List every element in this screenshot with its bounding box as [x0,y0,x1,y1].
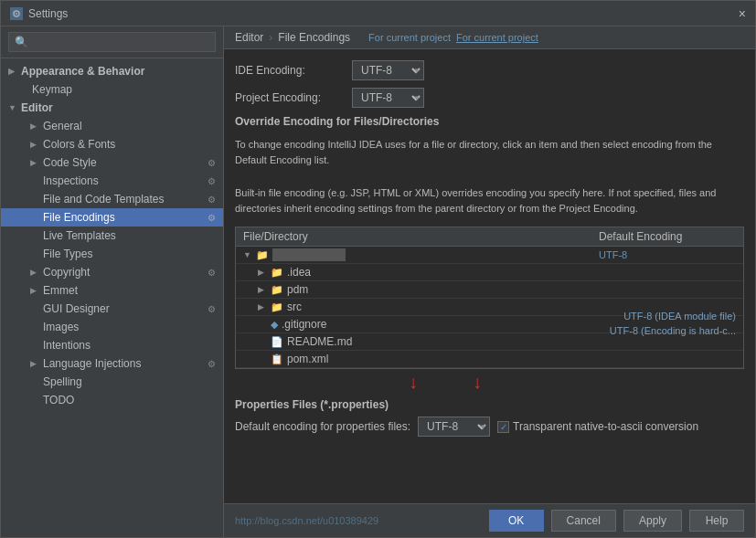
sidebar-item-live-templates[interactable]: Live Templates [1,227,223,245]
table-row[interactable]: ▶ 📁 pdm [236,281,743,299]
readme-name-text: README.md [287,335,352,348]
gitignore-name-text: .gitignore [282,318,326,331]
project-encoding-select-wrapper: UTF-8 [352,88,424,108]
sidebar-item-appearance[interactable]: ▶ Appearance & Behavior [1,62,223,80]
xml-icon: 📋 [271,353,283,365]
arrow-lang: ▶ [30,359,39,368]
project-encoding-select[interactable]: UTF-8 [352,88,424,108]
table-row[interactable]: 📋 pom.xml [236,351,743,368]
table-row[interactable]: ▶ 📁 .idea [236,264,743,281]
idea-name-text: .idea [287,266,311,279]
override-section-header: Override Encoding for Files/Directories [235,115,744,128]
search-input[interactable] [8,32,216,52]
info-text-1: To change encoding IntelliJ IDEA uses fo… [235,137,744,167]
sidebar-item-gui-designer[interactable]: GUI Designer ⚙ [1,300,223,318]
watermark: http://blog.csdn.net/u010389429 [235,515,482,526]
gitignore-file-name: ◆ .gitignore [258,318,599,331]
sidebar-item-keymap[interactable]: Keymap [1,80,223,99]
sidebar-item-file-code-templates[interactable]: File and Code Templates ⚙ [1,190,223,208]
spacer-gi [258,320,267,329]
idea-file-name: ▶ 📁 .idea [258,266,599,279]
sidebar-label-editor: Editor [21,101,53,114]
root-encoding-val: UTF-8 [599,249,627,260]
project-tag[interactable]: For current project [456,32,538,43]
sidebar-item-inspections[interactable]: Inspections ⚙ [1,172,223,190]
readme-file-name: 📄 README.md [258,335,599,348]
sidebar-item-file-encodings[interactable]: File Encodings ⚙ [1,208,223,227]
sidebar-label-code-style: Code Style [43,156,97,169]
sidebar-label-gui: GUI Designer [43,302,110,315]
pdm-file-name: ▶ 📁 pdm [258,283,599,296]
sidebar-tree: ▶ Appearance & Behavior Keymap ▼ Editor … [1,58,223,537]
folder-icon-idea: 📁 [271,267,283,279]
ide-encoding-row: IDE Encoding: UTF-8 [235,60,744,80]
red-arrow-right: ↓ [473,373,482,391]
settings-icon-copyright: ⚙ [208,268,216,278]
folder-icon-pdm: 📁 [271,284,283,296]
sidebar-label-appearance: Appearance & Behavior [21,65,144,78]
sidebar-item-copyright[interactable]: ▶ Copyright ⚙ [1,263,223,281]
sidebar-label-intentions: Intentions [43,339,91,352]
sidebar-item-file-types[interactable]: File Types [1,245,223,263]
sidebar-item-spelling[interactable]: Spelling [1,373,223,391]
transparent-checkbox-label[interactable]: ✓ Transparent native-to-ascii conversion [497,420,698,433]
search-box [1,26,223,58]
settings-icon-code-style: ⚙ [208,158,216,168]
help-button[interactable]: Help [689,510,744,532]
settings-window: Settings × ▶ Appearance & Behavior Keyma… [0,0,756,538]
transparent-checkbox[interactable]: ✓ [497,421,509,433]
props-encoding-select[interactable]: UTF-8 [418,417,490,437]
check-mark: ✓ [500,422,507,432]
col-file-dir: File/Directory [243,230,599,243]
sidebar-label-general: General [43,120,82,132]
sidebar-item-lang-injections[interactable]: ▶ Language Injections ⚙ [1,354,223,373]
close-button[interactable]: × [739,7,746,20]
ok-button[interactable]: OK [489,510,544,532]
apply-button[interactable]: Apply [623,510,682,532]
sidebar-label-file-code: File and Code Templates [43,193,165,206]
sidebar-item-todo[interactable]: TODO [1,391,223,409]
sidebar-label-file-types: File Types [43,248,92,260]
sidebar-item-intentions[interactable]: Intentions [1,336,223,354]
sidebar-label-file-encodings: File Encodings [43,211,115,224]
sidebar-item-images[interactable]: Images [1,318,223,336]
settings-icon-fe: ⚙ [208,213,216,223]
properties-section: Properties Files (*.properties) Default … [235,398,744,437]
table-row[interactable]: 📄 README.md [236,333,743,351]
sidebar-item-colors-fonts[interactable]: ▶ Colors & Fonts [1,135,223,153]
transparent-label-text: Transparent native-to-ascii conversion [513,420,698,433]
sidebar-item-general[interactable]: ▶ General [1,117,223,135]
expand-arrow-pdm: ▶ [258,285,267,294]
folder-icon-src: 📁 [271,301,283,313]
sidebar-label-lang: Language Injections [43,357,141,370]
properties-row: Default encoding for properties files: U… [235,417,744,437]
spacer-pom [258,354,267,364]
table-row[interactable]: ▶ 📁 src [236,299,743,316]
sidebar-item-editor[interactable]: ▼ Editor [1,99,223,117]
sidebar: ▶ Appearance & Behavior Keymap ▼ Editor … [1,26,224,537]
cancel-button[interactable]: Cancel [551,510,616,532]
sidebar-item-code-style[interactable]: ▶ Code Style ⚙ [1,153,223,172]
ide-encoding-label: IDE Encoding: [235,64,345,77]
sidebar-label-keymap: Keymap [32,83,72,96]
table-row[interactable]: ▼ 📁 UTF-8 [236,247,743,264]
col-encoding: Default Encoding [599,230,736,243]
table-row[interactable]: ◆ .gitignore [236,316,743,333]
sidebar-item-emmet[interactable]: ▶ Emmet [1,281,223,300]
svg-point-2 [16,13,17,15]
arrow-icon-editor: ▼ [8,103,17,112]
default-encoding-label: Default encoding for properties files: [235,420,410,433]
pomxml-file-name: 📋 pom.xml [258,353,599,365]
sidebar-label-colors: Colors & Fonts [43,138,115,151]
arrow-emmet: ▶ [30,286,39,295]
breadcrumb-separator: › [269,31,272,44]
for-current-project-link[interactable]: For current project [368,32,451,43]
red-arrows-container: ↓ ↓ [235,373,744,391]
ide-encoding-select[interactable]: UTF-8 [352,60,424,80]
src-file-name: ▶ 📁 src [258,301,599,313]
arrow-colors: ▶ [30,140,39,149]
sidebar-label-spelling: Spelling [43,375,82,388]
md-icon: 📄 [271,336,283,348]
gitignore-icon: ◆ [271,319,278,331]
sidebar-label-copyright: Copyright [43,266,90,279]
